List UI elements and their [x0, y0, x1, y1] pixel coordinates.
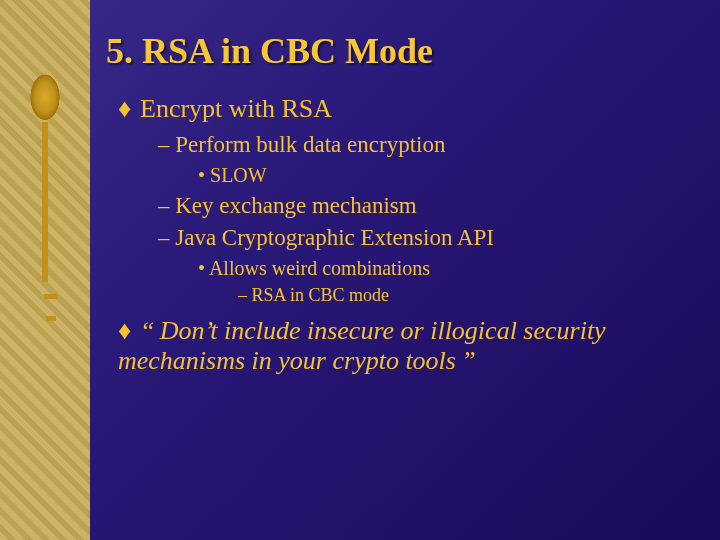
- bullet-text: Encrypt with RSA: [140, 94, 332, 123]
- subsubsubbullet-rsa-cbc: RSA in CBC mode: [238, 285, 690, 306]
- subsubbullet-weird-combos: Allows weird combinations: [198, 257, 690, 280]
- quote-text: “ Don’t include insecure or illogical se…: [118, 316, 606, 375]
- subbullet-jce-api: Java Cryptographic Extension API: [158, 225, 690, 251]
- decorative-key-strip: [0, 0, 90, 540]
- subbullet-bulk-encryption: Perform bulk data encryption: [158, 132, 690, 158]
- diamond-icon: ♦: [118, 316, 140, 346]
- slide-title: 5. RSA in CBC Mode: [106, 30, 690, 72]
- slide-body: 5. RSA in CBC Mode ♦Encrypt with RSA Per…: [100, 30, 690, 510]
- diamond-icon: ♦: [118, 94, 140, 124]
- bullet-quote: ♦“ Don’t include insecure or illogical s…: [118, 316, 690, 376]
- subsubbullet-slow: SLOW: [198, 164, 690, 187]
- subbullet-key-exchange: Key exchange mechanism: [158, 193, 690, 219]
- bullet-encrypt-rsa: ♦Encrypt with RSA: [118, 94, 690, 124]
